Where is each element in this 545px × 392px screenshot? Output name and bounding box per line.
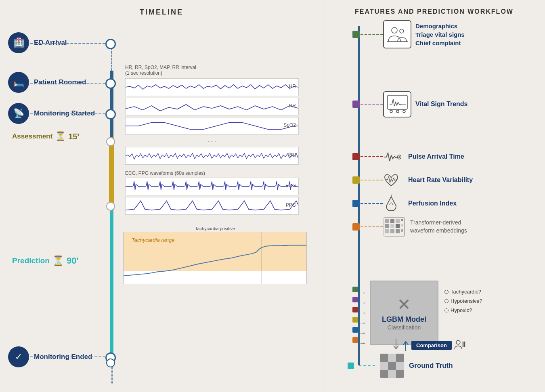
radio-tachycardic	[444, 290, 449, 294]
hr-label: HR	[289, 84, 296, 89]
rr-chart: RR	[125, 98, 299, 115]
left-title: TIMELINE	[0, 2, 323, 23]
lgbm-input-dot-3	[352, 307, 358, 312]
transformer-title: Transformer-derivedwaveform embeddings	[410, 219, 467, 235]
svg-point-36	[456, 340, 460, 344]
right-title: FEATURES AND PREDICTION WORKFLOW	[323, 2, 545, 21]
svg-rect-14	[396, 219, 400, 223]
ppg-waveform	[126, 197, 298, 214]
feature-dot-hrv	[352, 176, 360, 184]
svg-rect-33	[396, 370, 404, 378]
svg-point-4	[390, 110, 392, 113]
svg-rect-12	[385, 219, 389, 223]
vitals-sub-header-text: (1 sec resolution)	[125, 70, 162, 76]
ground-truth-text-area: Ground Truth	[409, 362, 453, 370]
assessment-hourglass: ⏳	[55, 131, 66, 142]
h-connector-roomed	[30, 83, 105, 84]
pulse-title: Pulse Arrival Time	[408, 153, 464, 160]
lgbm-arrow-5: →	[359, 329, 366, 337]
patient-roomed-label: Patient Roomed	[34, 78, 86, 86]
lgbm-classifier-icon: ✕	[397, 295, 411, 314]
h-connector-monitoring	[30, 113, 105, 114]
transformer-text: Transformer-derivedwaveform embeddings	[410, 219, 467, 235]
tachy-positive-label: Tachycardia positive	[123, 226, 307, 231]
svg-rect-15	[385, 224, 389, 228]
event-ed-arrival: 🏥 ED Arrival	[8, 32, 67, 53]
vital-sign-icon	[386, 94, 409, 114]
output-hypotensive: Hypotensive?	[444, 298, 482, 304]
svg-rect-19	[390, 229, 394, 233]
lgbm-input-dot-1	[352, 287, 358, 292]
svg-point-1	[400, 29, 404, 33]
hrv-text: Heart Rate Variability	[408, 176, 473, 184]
svg-rect-30	[396, 362, 404, 370]
svg-rect-23	[401, 229, 403, 232]
svg-point-5	[396, 110, 399, 113]
lgbm-arrow-2: →	[359, 299, 366, 307]
prediction-curve	[124, 232, 306, 284]
comparison-person-icon	[453, 340, 465, 351]
lgbm-arrow-6: →	[359, 339, 366, 348]
lgbm-input-dot-4	[352, 317, 358, 323]
h-dash-ground-truth	[359, 365, 375, 366]
svg-rect-3	[388, 95, 407, 109]
ppg-chart: PPG	[125, 197, 299, 215]
lgbm-arrow-4: →	[359, 319, 366, 327]
ecg-ppg-header: ECG, PPG waveforms (60s samples)	[125, 170, 299, 176]
svg-rect-29	[388, 362, 396, 370]
hrv-title: Heart Rate Variability	[408, 176, 473, 184]
ecg-waveform	[126, 178, 298, 195]
feature-dot-vital	[352, 101, 360, 108]
ground-truth-icon-box	[380, 354, 404, 378]
lgbm-arrow-3: →	[359, 309, 366, 317]
svg-rect-22	[401, 224, 403, 226]
svg-rect-17	[396, 224, 400, 228]
prediction-bar	[110, 210, 113, 363]
prediction-time: 90'	[67, 256, 79, 266]
comparison-up-arrow	[402, 339, 410, 351]
vital-sign-icon-box	[383, 91, 411, 117]
svg-point-0	[392, 27, 397, 33]
output-tachycardic: Tachycardic?	[444, 289, 482, 295]
ecg-chart: ECG	[125, 178, 299, 195]
svg-rect-28	[380, 362, 388, 370]
tl-end-circle	[106, 358, 115, 367]
ground-truth-dot	[348, 363, 354, 369]
lgbm-subtitle-text: Classification	[388, 324, 421, 331]
right-panel: FEATURES AND PREDICTION WORKFLOW Demogra	[323, 0, 545, 392]
event-patient-roomed: 🛏️ Patient Roomed	[8, 72, 86, 93]
rr-label: RR	[289, 103, 296, 109]
lgbm-box: ✕ LGBM Model Classification	[370, 281, 438, 345]
prediction-chart-area: Tachycardia positive Tachycardia range	[123, 226, 307, 289]
lgbm-input-dot-2	[352, 297, 358, 302]
vitals-header-text: HR, RR, SpO2, MAP, RR interval	[125, 65, 196, 70]
lgbm-arrow-1: →	[359, 289, 366, 297]
ecg-label: ECG	[285, 183, 296, 189]
h-dash-vital	[361, 104, 383, 105]
hrv-icon-area	[383, 172, 399, 188]
h-dash-transformer	[361, 226, 383, 227]
vitals-header: HR, RR, SpO2, MAP, RR interval (1 sec re…	[125, 65, 299, 76]
svg-rect-31	[380, 370, 388, 378]
assessment-time: 15'	[68, 132, 79, 141]
tl-circle-assessment-bottom	[106, 202, 115, 211]
demographics-icon	[386, 25, 409, 44]
lgbm-title-text: LGBM Model	[382, 315, 426, 324]
rri-waveform	[126, 147, 298, 164]
feature-dot-demographics	[352, 31, 360, 38]
ground-truth-label: Ground Truth	[409, 362, 453, 370]
hr-chart: HR	[125, 78, 299, 96]
rri-label: RRI	[287, 152, 296, 158]
svg-rect-26	[388, 354, 396, 362]
tl-circle-assessment-top	[106, 137, 115, 146]
transformer-icon	[383, 217, 405, 237]
perfusion-text: Perfusion Index	[408, 200, 457, 207]
transformer-icon-area	[383, 217, 405, 237]
svg-rect-25	[380, 354, 388, 362]
h-connector-ed	[30, 43, 105, 44]
ed-arrival-icon: 🏥	[8, 32, 29, 53]
lgbm-outputs: Tachycardic? Hypotensive? Hypoxic?	[444, 289, 482, 313]
demographics-text: DemographicsTriage vital signsChief comp…	[415, 22, 465, 47]
svg-rect-13	[390, 219, 394, 223]
assessment-text: Assessment	[12, 132, 52, 140]
